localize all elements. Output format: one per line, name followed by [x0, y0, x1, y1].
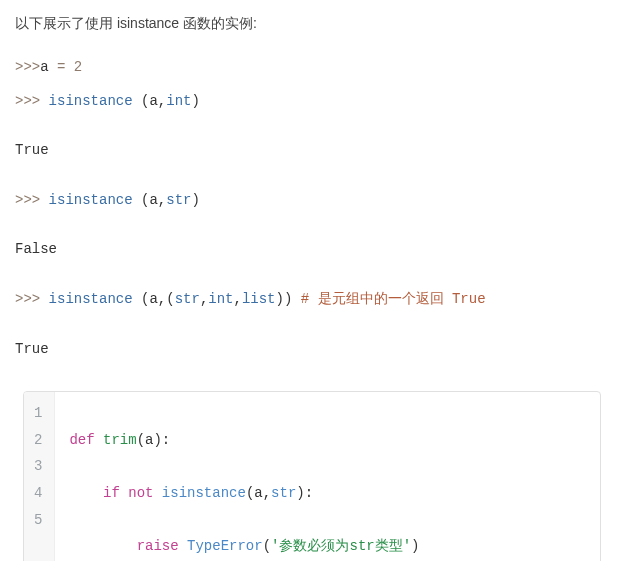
repl-line-3: >>> isinstance (a,str) [15, 184, 609, 218]
ident: a [149, 93, 157, 109]
intro-text: 以下展示了使用 isinstance 函数的实例: [15, 15, 609, 33]
func: isinstance [49, 192, 133, 208]
ident: a [149, 291, 157, 307]
number: 2 [74, 59, 82, 75]
ident: a [40, 59, 48, 75]
type: int [208, 291, 233, 307]
paren: ) [191, 192, 199, 208]
code-block: 1 2 3 4 5 def trim(a): if not isinstance… [23, 391, 601, 561]
type: list [242, 291, 276, 307]
paren: ( [133, 291, 150, 307]
lineno: 4 [34, 480, 42, 507]
paren: )) [276, 291, 293, 307]
paren: ,( [158, 291, 175, 307]
op: = [49, 59, 74, 75]
repl-line-1: >>>a = 2 [15, 51, 609, 85]
lineno: 5 [34, 507, 42, 534]
lineno: 2 [34, 427, 42, 454]
paren: ( [133, 93, 150, 109]
prompt: >>> [15, 291, 49, 307]
repl-block: >>>a = 2 >>> isinstance (a,int) True >>>… [15, 51, 609, 366]
paren: ( [133, 192, 150, 208]
repl-output-3: False [15, 233, 609, 267]
code-line-2: if not isinstance(a,str): [69, 480, 586, 507]
comment: # 是元组中的一个返回 True [301, 291, 486, 307]
code-line-3: raise TypeError('参数必须为str类型') [69, 533, 586, 560]
repl-output-2: True [15, 134, 609, 168]
repl-line-4: >>> isinstance (a,(str,int,list)) # 是元组中… [15, 283, 609, 317]
comma: , [158, 93, 166, 109]
repl-output-4: True [15, 333, 609, 367]
line-gutter: 1 2 3 4 5 [24, 392, 55, 561]
comma: , [234, 291, 242, 307]
code-body: def trim(a): if not isinstance(a,str): r… [55, 392, 600, 561]
comma: , [158, 192, 166, 208]
prompt: >>> [15, 93, 49, 109]
func: isinstance [49, 291, 133, 307]
code-line-1: def trim(a): [69, 427, 586, 454]
lineno: 3 [34, 453, 42, 480]
prompt: >>> [15, 192, 49, 208]
func: isinstance [49, 93, 133, 109]
type: str [166, 192, 191, 208]
prompt: >>> [15, 59, 40, 75]
paren: ) [191, 93, 199, 109]
type: str [175, 291, 200, 307]
repl-line-2: >>> isinstance (a,int) [15, 85, 609, 119]
ident: a [149, 192, 157, 208]
type: int [166, 93, 191, 109]
lineno: 1 [34, 400, 42, 427]
